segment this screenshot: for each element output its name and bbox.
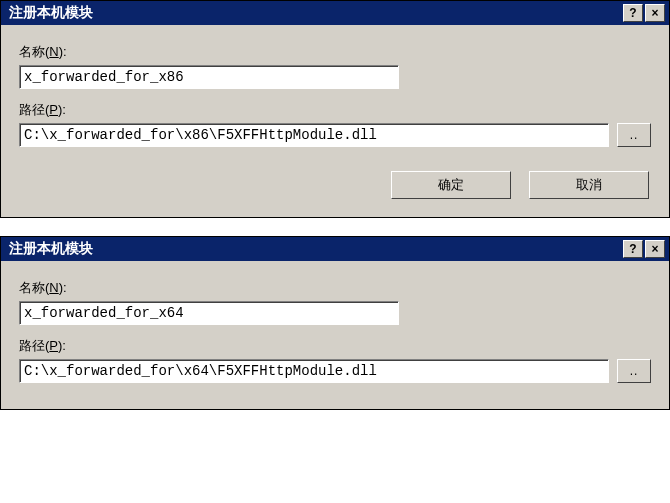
browse-button[interactable]: .. [617,359,651,383]
name-input[interactable]: x_forwarded_for_x86 [19,65,399,89]
browse-button[interactable]: .. [617,123,651,147]
dialog-body: 名称(N): x_forwarded_for_x64 路径(P): C:\x_f… [1,261,669,409]
titlebar: 注册本机模块 ? × [1,1,669,25]
close-button[interactable]: × [645,4,665,22]
path-field-row: 路径(P): C:\x_forwarded_for\x64\F5XFFHttpM… [19,337,651,383]
name-label: 名称(N): [19,279,651,297]
name-label: 名称(N): [19,43,651,61]
register-module-dialog-2: 注册本机模块 ? × 名称(N): x_forwarded_for_x64 路径… [0,236,670,410]
dialog-title: 注册本机模块 [9,240,93,258]
path-row: C:\x_forwarded_for\x86\F5XFFHttpModule.d… [19,123,651,147]
button-row: 确定 取消 [19,171,651,199]
close-button[interactable]: × [645,240,665,258]
titlebar-buttons: ? × [623,240,665,258]
name-field-row: 名称(N): x_forwarded_for_x64 [19,279,651,325]
dialog-body: 名称(N): x_forwarded_for_x86 路径(P): C:\x_f… [1,25,669,217]
path-input[interactable]: C:\x_forwarded_for\x64\F5XFFHttpModule.d… [19,359,609,383]
titlebar-buttons: ? × [623,4,665,22]
help-button[interactable]: ? [623,4,643,22]
name-field-row: 名称(N): x_forwarded_for_x86 [19,43,651,89]
path-input[interactable]: C:\x_forwarded_for\x86\F5XFFHttpModule.d… [19,123,609,147]
register-module-dialog-1: 注册本机模块 ? × 名称(N): x_forwarded_for_x86 路径… [0,0,670,218]
ok-button[interactable]: 确定 [391,171,511,199]
titlebar: 注册本机模块 ? × [1,237,669,261]
path-row: C:\x_forwarded_for\x64\F5XFFHttpModule.d… [19,359,651,383]
name-input[interactable]: x_forwarded_for_x64 [19,301,399,325]
dialog-title: 注册本机模块 [9,4,93,22]
path-label: 路径(P): [19,337,651,355]
path-label: 路径(P): [19,101,651,119]
path-field-row: 路径(P): C:\x_forwarded_for\x86\F5XFFHttpM… [19,101,651,147]
help-button[interactable]: ? [623,240,643,258]
cancel-button[interactable]: 取消 [529,171,649,199]
